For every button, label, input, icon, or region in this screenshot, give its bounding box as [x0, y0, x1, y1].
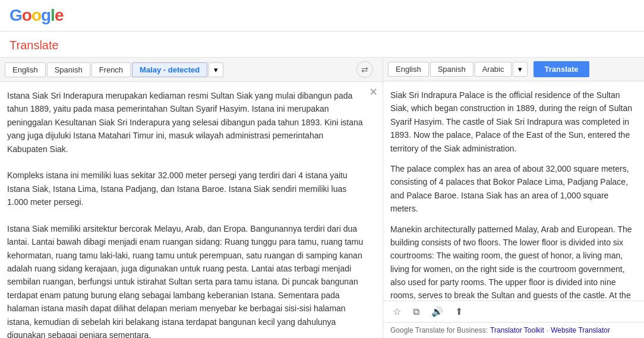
- page-title: Translate: [0, 31, 644, 58]
- star-button[interactable]: ☆: [390, 305, 403, 318]
- header: Google: [0, 0, 644, 31]
- left-panel: English Spanish French Malay - detected …: [0, 58, 383, 338]
- translator-toolkit-link[interactable]: Translator Toolkit: [490, 326, 544, 334]
- tab-spanish-target[interactable]: Spanish: [430, 62, 473, 77]
- tab-spanish-source[interactable]: Spanish: [47, 62, 90, 77]
- tab-arabic-target[interactable]: Arabic: [475, 62, 512, 77]
- right-panel: English Spanish Arabic ▾ Translate Siak …: [383, 58, 644, 338]
- footer: Google Translate for Business: Translato…: [383, 322, 644, 338]
- copy-button[interactable]: ⧉: [411, 305, 422, 318]
- tab-english-source[interactable]: English: [5, 62, 46, 77]
- translate-button[interactable]: Translate: [533, 61, 589, 77]
- clear-input-button[interactable]: ✕: [369, 87, 378, 97]
- website-translator-link[interactable]: Website Translator: [551, 326, 610, 334]
- output-para-1: Siak Sri Indrapura Palace is the officia…: [390, 89, 637, 155]
- source-input-area: ✕: [0, 82, 383, 338]
- target-lang-dropdown[interactable]: ▾: [513, 62, 528, 77]
- tab-english-target[interactable]: English: [388, 62, 429, 77]
- source-lang-tabs: English Spanish French Malay - detected …: [0, 58, 383, 82]
- target-lang-tabs: English Spanish Arabic ▾ Translate: [383, 58, 644, 81]
- footer-separator: ·: [547, 326, 548, 334]
- footer-label: Google Translate for Business:: [390, 326, 488, 334]
- source-text-input[interactable]: [0, 82, 383, 338]
- output-para-3: Manekin architecturally patterned Malay,…: [390, 223, 637, 301]
- tab-french-source[interactable]: French: [91, 62, 131, 77]
- share-button[interactable]: ⬆: [453, 305, 465, 318]
- output-action-bar: ☆ ⧉ 🔊 ⬆: [383, 301, 644, 322]
- google-logo: Google: [10, 6, 63, 25]
- tab-malay-source[interactable]: Malay - detected: [132, 62, 207, 77]
- translation-output: Siak Sri Indrapura Palace is the officia…: [383, 81, 644, 301]
- source-lang-dropdown[interactable]: ▾: [209, 62, 223, 77]
- audio-button[interactable]: 🔊: [429, 305, 446, 318]
- swap-button[interactable]: ⇄: [356, 61, 373, 78]
- output-para-2: The palace complex has an area of about …: [390, 162, 637, 216]
